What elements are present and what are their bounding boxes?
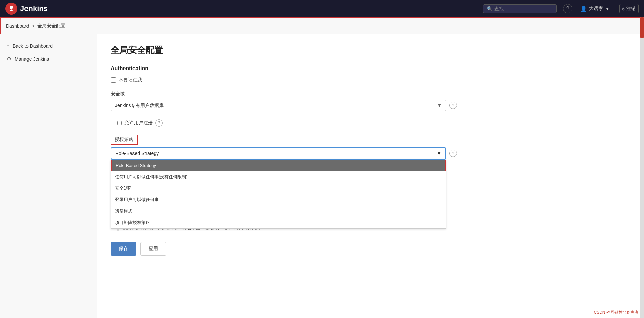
page-footer: CSDN @同歇性悲伤患者: [594, 310, 639, 315]
authorization-label: 授权策略: [111, 135, 138, 145]
search-icon: 🔍: [487, 6, 492, 11]
breadcrumb-separator: >: [32, 23, 35, 29]
scrollbar-track[interactable]: [640, 17, 644, 318]
authorization-section: 授权策略 Role-Based Strategy ▼ Role-Based St…: [111, 135, 631, 160]
svg-point-0: [10, 6, 13, 9]
apply-button[interactable]: 应用: [140, 242, 166, 256]
strategy-option-matrix[interactable]: 安全矩阵: [111, 183, 446, 194]
security-realm-select[interactable]: Jenkins专有用户数据库: [111, 100, 446, 111]
strategy-selected-label: Role-Based Strategy: [115, 151, 159, 156]
security-realm-help-icon[interactable]: ?: [449, 102, 457, 109]
remember-me-checkbox[interactable]: [111, 77, 116, 83]
authorization-dropdown-wrapper: Role-Based Strategy ▼ Role-Based Strateg…: [111, 147, 631, 160]
remember-me-row: 不要记住我: [111, 77, 631, 83]
remember-me-label: 不要记住我: [119, 77, 142, 83]
strategy-dropdown-container: Role-Based Strategy ▼ Role-Based Strateg…: [111, 147, 446, 160]
security-realm-label: 安全域: [111, 91, 631, 97]
authentication-heading: Authentication: [111, 65, 631, 72]
gear-icon: ⚙: [7, 56, 11, 62]
top-navbar: Jenkins 🔍 ? 👤 大话家 ▼ ⎋ 注销: [0, 0, 644, 17]
main-content: 全局安全配置 Authentication 不要记住我 安全域 Jenkins专…: [97, 34, 644, 318]
logout-label: 注销: [626, 6, 636, 12]
footer-text: CSDN @同歇性悲伤患者: [594, 310, 639, 315]
authorization-help-icon[interactable]: ?: [449, 150, 457, 157]
breadcrumb-current: 全局安全配置: [37, 23, 65, 29]
allow-signup-label: 允许用户注册: [124, 120, 153, 126]
strategy-option-project-matrix[interactable]: 项目矩阵授权策略: [111, 217, 446, 228]
breadcrumb-dashboard-link[interactable]: Dashboard: [6, 23, 29, 29]
arrow-up-icon: ↑: [7, 43, 9, 49]
security-realm-dropdown-container: Jenkins专有用户数据库 ▼: [111, 100, 446, 111]
sidebar-back-label: Back to Dashboard: [13, 43, 53, 49]
strategy-option-anyone[interactable]: 任何用户可以做任何事(没有任何限制): [111, 171, 446, 183]
strategy-chevron-icon: ▼: [437, 151, 441, 156]
scrollbar-thumb[interactable]: [640, 17, 644, 38]
brand-logo[interactable]: Jenkins: [5, 3, 48, 15]
sidebar-item-back-to-dashboard[interactable]: ↑ Back to Dashboard: [0, 40, 97, 52]
allow-signup-checkbox[interactable]: [117, 121, 122, 125]
allow-signup-help-icon[interactable]: ?: [155, 119, 163, 127]
logout-button[interactable]: ⎋ 注销: [619, 4, 639, 13]
user-chevron-icon: ▼: [605, 6, 610, 11]
page-title: 全局安全配置: [111, 44, 631, 56]
user-label: 大话家: [589, 6, 603, 12]
jenkins-logo-icon: [5, 3, 17, 15]
authentication-section: Authentication 不要记住我 安全域 Jenkins专有用户数据库 …: [111, 65, 631, 127]
search-input[interactable]: [494, 6, 553, 11]
action-buttons: 保存 应用: [111, 242, 631, 256]
strategy-option-logged-in[interactable]: 登录用户可以做任何事: [111, 194, 446, 206]
search-box[interactable]: 🔍: [483, 4, 557, 13]
breadcrumb: Dashboard > 全局安全配置: [0, 17, 644, 34]
user-icon: 👤: [580, 6, 587, 12]
sidebar-item-manage-jenkins[interactable]: ⚙ Manage Jenkins: [0, 52, 97, 65]
help-icon[interactable]: ?: [563, 4, 572, 13]
strategy-option-role-based[interactable]: Role-Based Strategy: [111, 160, 446, 171]
strategy-dropdown-list: Role-Based Strategy 任何用户可以做任何事(没有任何限制) 安…: [111, 160, 446, 229]
allow-signup-row: 允许用户注册 ?: [111, 119, 631, 127]
strategy-dropdown-button[interactable]: Role-Based Strategy ▼: [111, 147, 446, 160]
save-button[interactable]: 保存: [111, 242, 136, 256]
strategy-option-legacy[interactable]: 遗留模式: [111, 206, 446, 217]
logout-icon: ⎋: [622, 6, 625, 11]
sidebar: ↑ Back to Dashboard ⚙ Manage Jenkins: [0, 34, 97, 318]
security-realm-group: 安全域 Jenkins专有用户数据库 ▼ ?: [111, 91, 631, 111]
sidebar-manage-label: Manage Jenkins: [15, 56, 49, 62]
brand-name: Jenkins: [20, 4, 48, 13]
user-menu[interactable]: 👤 大话家 ▼: [580, 6, 610, 12]
